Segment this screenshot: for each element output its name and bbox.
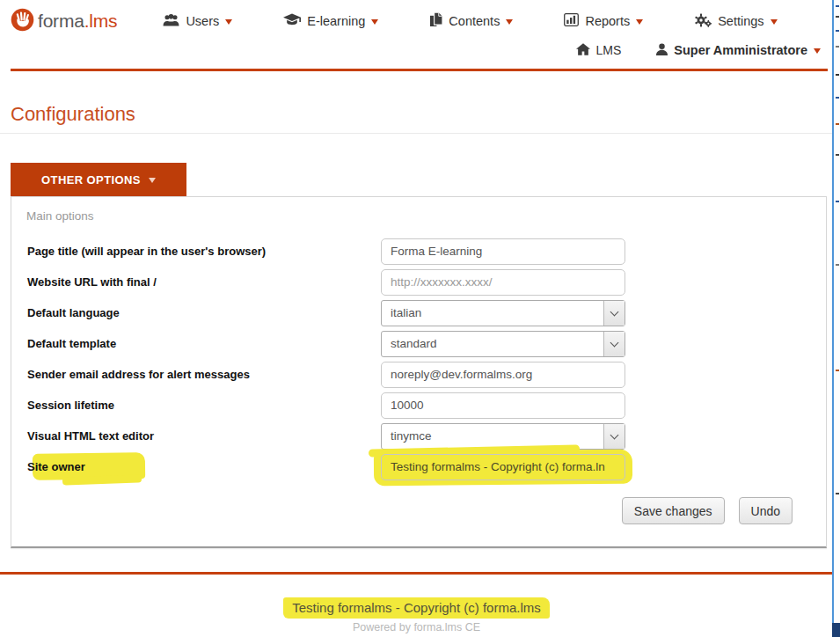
- field-label: Default language: [11, 306, 381, 319]
- edge-mark: [836, 5, 839, 7]
- website-url-input[interactable]: [381, 269, 625, 296]
- edge-mark: [836, 46, 839, 48]
- default-template-select[interactable]: standard: [381, 331, 625, 357]
- form-actions: Save changes Undo: [11, 497, 793, 524]
- main-menu: Users E-learning: [163, 12, 777, 30]
- field-row-default-template: Default template standard: [11, 328, 826, 359]
- menu-item-reports[interactable]: Reports: [564, 13, 643, 29]
- menu-item-elearning[interactable]: E-learning: [283, 13, 378, 29]
- field-label: Page title (will appear in the user's br…: [11, 245, 381, 258]
- user-name-label: Super Amministratore: [674, 43, 807, 57]
- menu-item-users[interactable]: Users: [163, 13, 232, 29]
- chevron-down-icon: [371, 19, 378, 25]
- edge-mark: [836, 30, 839, 32]
- formalms-hand-icon: [11, 8, 34, 35]
- session-lifetime-input[interactable]: [381, 392, 625, 419]
- lms-link-label: LMS: [595, 43, 621, 57]
- chevron-down-icon: [814, 48, 821, 54]
- gears-icon: [694, 13, 712, 30]
- menu-item-label: Settings: [718, 14, 763, 28]
- select-dropdown-button[interactable]: [603, 332, 625, 356]
- field-label: Session lifetime: [11, 399, 381, 412]
- page-title: Configurations: [11, 103, 840, 126]
- user-bar-row: LMS Super Amministratore: [11, 35, 828, 65]
- top-navigation-bar: forma.lms Users: [0, 0, 840, 71]
- menu-item-label: Users: [186, 14, 219, 28]
- field-row-session-lifetime: Session lifetime: [11, 390, 826, 421]
- users-icon: [163, 13, 179, 29]
- field-label: Site owner: [11, 460, 381, 473]
- select-value: tinymce: [382, 429, 603, 443]
- other-options-tab-label: OTHER OPTIONS: [41, 173, 141, 187]
- edge-mark: [836, 74, 839, 76]
- home-icon: [576, 43, 590, 58]
- edge-mark: [836, 97, 839, 99]
- copy-pages-icon: [429, 12, 442, 30]
- lms-home-link[interactable]: LMS: [576, 43, 621, 58]
- field-row-html-editor: Visual HTML text editor tinymce: [11, 421, 826, 451]
- user-menu[interactable]: Super Amministratore: [656, 43, 821, 58]
- undo-button[interactable]: Undo: [739, 497, 793, 524]
- chevron-down-icon: [610, 430, 619, 439]
- bar-chart-icon: [564, 13, 579, 29]
- field-label: Default template: [11, 337, 381, 350]
- menu-item-label: Contents: [449, 14, 500, 28]
- page-footer: Testing formalms - Copyright (c) forma.l…: [0, 572, 833, 633]
- other-options-tab[interactable]: OTHER OPTIONS: [11, 163, 186, 196]
- field-row-default-language: Default language italian: [11, 297, 826, 328]
- edge-mark: [836, 16, 839, 18]
- page-title-input[interactable]: [381, 238, 625, 265]
- html-editor-select[interactable]: tinymce: [381, 423, 625, 450]
- user-icon: [656, 43, 668, 58]
- field-label: Website URL with final /: [11, 275, 381, 289]
- field-label: Visual HTML text editor: [11, 429, 381, 443]
- chevron-down-icon: [636, 19, 643, 25]
- chevron-down-icon: [149, 178, 156, 183]
- edge-mark: [836, 493, 839, 494]
- edge-mark: [836, 264, 839, 266]
- field-row-website-url: Website URL with final /: [11, 267, 826, 297]
- title-divider: [0, 133, 833, 134]
- menu-item-contents[interactable]: Contents: [429, 12, 513, 30]
- footer-copyright: Testing formalms - Copyright (c) forma.l…: [283, 597, 550, 619]
- window-edge-artifact: [832, 0, 840, 637]
- select-dropdown-button[interactable]: [603, 424, 625, 449]
- chevron-down-icon: [771, 19, 778, 25]
- main-menu-row: forma.lms Users: [11, 7, 828, 35]
- default-language-select[interactable]: italian: [381, 300, 625, 326]
- edge-mark: [836, 154, 839, 156]
- formalms-logo[interactable]: forma.lms: [11, 8, 117, 35]
- save-changes-button[interactable]: Save changes: [622, 497, 725, 524]
- section-title: Main options: [26, 209, 826, 223]
- field-row-sender-email: Sender email address for alert messages: [11, 359, 826, 390]
- highlighter-mark: [62, 474, 142, 485]
- menu-item-label: Reports: [585, 14, 630, 28]
- edge-mark: [836, 123, 839, 125]
- chevron-down-icon: [610, 338, 619, 347]
- footer-powered-by: Powered by forma.lms CE: [0, 621, 833, 633]
- chevron-down-icon: [610, 307, 619, 316]
- menu-item-label: E-learning: [307, 14, 365, 28]
- graduation-cap-icon: [283, 13, 301, 29]
- chevron-down-icon: [506, 19, 513, 25]
- field-row-site-owner: Site owner: [11, 451, 826, 482]
- menu-item-settings[interactable]: Settings: [694, 13, 777, 30]
- topbar-accent-border: [11, 69, 828, 71]
- chevron-down-icon: [225, 19, 232, 25]
- field-row-page-title: Page title (will appear in the user's br…: [11, 236, 826, 267]
- edge-mark: [836, 201, 839, 202]
- select-value: standard: [382, 337, 603, 350]
- sender-email-input[interactable]: [381, 362, 625, 388]
- main-options-panel: Main options Page title (will appear in …: [11, 196, 827, 548]
- select-dropdown-button[interactable]: [603, 301, 625, 326]
- field-label: Sender email address for alert messages: [11, 368, 381, 381]
- select-value: italian: [382, 306, 603, 319]
- edge-mark: [836, 370, 839, 371]
- site-owner-input[interactable]: [381, 454, 625, 480]
- window-corner-artifact: [832, 623, 840, 637]
- formalms-logo-text: forma.lms: [38, 11, 117, 32]
